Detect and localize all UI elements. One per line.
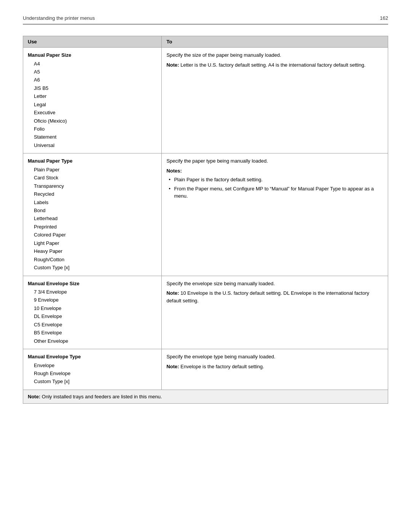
list-item: Rough/Cotton: [34, 256, 157, 264]
list-item: Heavy Paper: [34, 247, 157, 255]
list-item: DL Envelope: [34, 312, 157, 320]
list-item: A4: [34, 60, 157, 68]
envelope-type-items: Envelope Rough Envelope Custom Type [x]: [28, 361, 157, 386]
table-row: Manual Paper Type Plain Paper Card Stock…: [23, 153, 388, 276]
list-item: Letter: [34, 92, 157, 100]
envelope-size-items: 7 3/4 Envelope 9 Envelope 10 Envelope DL…: [28, 288, 157, 345]
row-header-envelope-type: Manual Envelope Type: [28, 353, 157, 361]
note-text: Envelope is the factory default setting.: [180, 364, 264, 369]
to-cell-paper-size: Specify the size of the paper being manu…: [162, 48, 388, 153]
note-label: Note:: [166, 290, 179, 296]
list-item: Transparency: [34, 182, 157, 190]
note-label: Note:: [166, 364, 179, 369]
row-header-paper-size: Manual Paper Size: [28, 51, 157, 59]
list-item: Executive: [34, 109, 157, 117]
footer-note-label: Note:: [28, 394, 40, 399]
footer-note-text: Only installed trays and feeders are lis…: [42, 394, 162, 399]
to-text-paper-size: Specify the size of the paper being manu…: [166, 51, 383, 59]
envelope-type-note: Note: Envelope is the factory default se…: [166, 363, 383, 371]
list-item: Universal: [34, 141, 157, 149]
to-text-paper-type: Specify the paper type being manually lo…: [166, 157, 383, 165]
to-cell-envelope-size: Specify the envelope size being manually…: [162, 276, 388, 349]
row-header-envelope-size: Manual Envelope Size: [28, 280, 157, 288]
col-header-use: Use: [23, 36, 162, 48]
list-item: Bond: [34, 206, 157, 214]
page-header: Understanding the printer menus 162: [23, 15, 388, 24]
list-item: 9 Envelope: [34, 296, 157, 304]
list-item: Folio: [34, 125, 157, 133]
notes-label: Notes:: [166, 168, 182, 174]
list-item: Plain Paper is the factory default setti…: [166, 176, 383, 184]
list-item: Rough Envelope: [34, 369, 157, 377]
list-item: Plain Paper: [34, 166, 157, 174]
table-row: Manual Envelope Type Envelope Rough Enve…: [23, 349, 388, 390]
row-header-paper-type: Manual Paper Type: [28, 157, 157, 165]
list-item: A5: [34, 68, 157, 76]
paper-type-notes: Notes: Plain Paper is the factory defaul…: [166, 167, 383, 200]
note-text: Letter is the U.S. factory default setti…: [180, 62, 365, 68]
list-item: A6: [34, 76, 157, 84]
list-item: 10 Envelope: [34, 304, 157, 312]
page-number: 162: [380, 15, 388, 21]
col-header-to: To: [162, 36, 388, 48]
list-item: Preprinted: [34, 223, 157, 231]
footer-cell: Note: Only installed trays and feeders a…: [23, 390, 388, 404]
to-cell-envelope-type: Specify the envelope type being manually…: [162, 349, 388, 390]
list-item: Recycled: [34, 190, 157, 198]
list-item: From the Paper menu, set Configure MP to…: [166, 185, 383, 200]
notes-list: Plain Paper is the factory default setti…: [166, 176, 383, 200]
list-item: Other Envelope: [34, 337, 157, 345]
to-text-envelope-type: Specify the envelope type being manually…: [166, 353, 383, 361]
footer-row: Note: Only installed trays and feeders a…: [23, 390, 388, 404]
use-cell-envelope-size: Manual Envelope Size 7 3/4 Envelope 9 En…: [23, 276, 162, 349]
table-row: Manual Paper Size A4 A5 A6 JIS B5 Letter…: [23, 48, 388, 153]
table-row: Manual Envelope Size 7 3/4 Envelope 9 En…: [23, 276, 388, 349]
list-item: Custom Type [x]: [34, 264, 157, 272]
note-label: Note:: [166, 62, 179, 68]
paper-type-items: Plain Paper Card Stock Transparency Recy…: [28, 166, 157, 272]
use-cell-paper-type: Manual Paper Type Plain Paper Card Stock…: [23, 153, 162, 276]
list-item: Letterhead: [34, 214, 157, 222]
list-item: Envelope: [34, 361, 157, 369]
to-text-envelope-size: Specify the envelope size being manually…: [166, 280, 383, 288]
list-item: Card Stock: [34, 174, 157, 182]
note-text: 10 Envelope is the U.S. factory default …: [166, 290, 369, 304]
to-cell-paper-type: Specify the paper type being manually lo…: [162, 153, 388, 276]
list-item: 7 3/4 Envelope: [34, 288, 157, 296]
list-item: Statement: [34, 133, 157, 141]
list-item: C5 Envelope: [34, 321, 157, 329]
use-cell-envelope-type: Manual Envelope Type Envelope Rough Enve…: [23, 349, 162, 390]
main-table: Use To Manual Paper Size A4 A5 A6 JIS B5…: [23, 36, 388, 404]
paper-size-note: Note: Letter is the U.S. factory default…: [166, 61, 383, 69]
list-item: Legal: [34, 101, 157, 109]
list-item: Light Paper: [34, 239, 157, 247]
page-title: Understanding the printer menus: [23, 15, 95, 21]
envelope-size-note: Note: 10 Envelope is the U.S. factory de…: [166, 289, 383, 304]
list-item: Labels: [34, 198, 157, 206]
list-item: Oficio (Mexico): [34, 117, 157, 125]
use-cell-paper-size: Manual Paper Size A4 A5 A6 JIS B5 Letter…: [23, 48, 162, 153]
list-item: Colored Paper: [34, 231, 157, 239]
paper-size-items: A4 A5 A6 JIS B5 Letter Legal Executive O…: [28, 60, 157, 150]
list-item: Custom Type [x]: [34, 377, 157, 385]
list-item: JIS B5: [34, 84, 157, 92]
list-item: B5 Envelope: [34, 329, 157, 337]
